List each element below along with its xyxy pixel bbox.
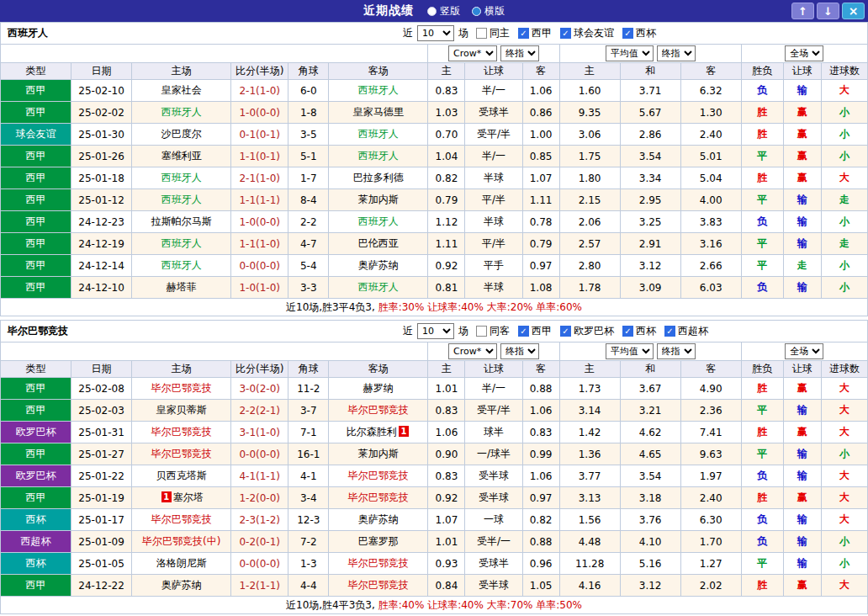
filter-checkbox[interactable]: ✓欧罗巴杯 [560, 324, 614, 338]
filter-checkbox[interactable]: ✓球会友谊 [560, 26, 614, 40]
euro-home-odds: 1.78 [559, 277, 620, 299]
match-row: 西杯25-01-17毕尔巴鄂竞技2-3(1-2)12-3奥萨苏纳1.07一球0.… [1, 509, 868, 531]
section-athletic-bilbao: 毕尔巴鄂竞技 近 10 场 同客✓西甲✓欧罗巴杯✓西杯✓西超杯 Crow* [0, 320, 868, 614]
team-name-cell: 毕尔巴鄂竞技 [329, 553, 428, 575]
handicap-result-cell: 输 [783, 509, 821, 531]
score-cell: 2-2(2-1) [231, 400, 288, 422]
team-name: 皇家贝蒂斯 [156, 404, 207, 416]
match-date: 25-01-30 [71, 124, 132, 146]
column-header: 客场 [329, 361, 428, 378]
odds-company-select[interactable]: Crow* [448, 343, 497, 359]
scope-select[interactable]: 全场 [785, 343, 823, 359]
filter-checkbox[interactable]: ✓西甲 [518, 26, 552, 40]
euro-draw-odds: 3.09 [620, 277, 680, 299]
layout-vertical-radio[interactable]: 竖版 [427, 4, 460, 19]
filter-checkbox[interactable]: ✓西甲 [518, 324, 552, 338]
column-header: 比分(半场) [231, 361, 288, 378]
red-card-badge: 1 [161, 491, 172, 502]
euro-draw-odds: 3.18 [620, 487, 680, 509]
filter-checkbox[interactable]: ✓西杯 [622, 324, 656, 338]
goals-result-cell: 走 [821, 233, 867, 255]
column-header: 比分(半场) [231, 63, 288, 80]
summary-lead: 近10场,胜4平3负3, [286, 599, 375, 611]
euro-away-odds: 5.01 [680, 146, 741, 167]
handicap-cell: 受平/半 [465, 124, 522, 146]
score-cell: 1-2(1-1) [231, 575, 288, 597]
euro-home-odds: 3.14 [559, 400, 620, 422]
red-card-badge: 1 [399, 426, 409, 437]
team-name-cell: 奥萨苏纳 [329, 509, 428, 531]
team-name: 毕尔巴鄂竞技 [348, 491, 409, 503]
corner-cell: 4-1 [288, 465, 329, 487]
handicap-cell: 受平/半 [465, 400, 522, 422]
close-button[interactable]: × [842, 3, 865, 19]
filter-checkbox[interactable]: 同客 [476, 324, 510, 338]
asian-away-odds: 0.88 [522, 531, 559, 553]
euro-time-select[interactable]: 终指 [657, 343, 696, 359]
match-row: 欧罗巴杯25-01-31毕尔巴鄂竞技3-1(1-0)7-1比尔森胜利11.06球… [1, 422, 868, 443]
asian-away-odds: 0.85 [522, 146, 559, 167]
result-cell: 负 [741, 211, 783, 233]
match-row: 西甲24-12-10赫塔菲1-0(1-0)3-3西班牙人0.81半球1.081.… [1, 277, 868, 299]
corner-cell: 3-4 [288, 487, 329, 509]
result-cell: 负 [741, 465, 783, 487]
team-name-cell: 巴伦西亚 [329, 233, 428, 255]
euro-draw-odds: 3.34 [620, 167, 680, 189]
team-name: 毕尔巴鄂竞技 [151, 426, 212, 438]
column-header: 主 [559, 361, 620, 378]
league-badge: 西甲 [1, 146, 71, 167]
filter-checkbox[interactable]: 同主 [476, 26, 510, 40]
move-up-button[interactable]: ↑ [791, 3, 814, 19]
euro-time-select[interactable]: 终指 [657, 45, 696, 61]
euro-away-odds: 2.40 [680, 487, 741, 509]
match-count-select[interactable]: 10 [417, 323, 454, 339]
score-cell: 0-2(0-1) [231, 531, 288, 553]
euro-mode-select[interactable]: 平均值 [606, 343, 654, 359]
checkbox-label: 西杯 [636, 26, 656, 40]
score-cell: 2-1(1-0) [231, 80, 288, 102]
checkbox-unchecked-icon [476, 28, 487, 39]
result-cell: 平 [741, 443, 783, 465]
score-cell: 1-1(1-1) [231, 189, 288, 211]
match-date: 25-01-17 [71, 509, 132, 531]
match-count-select[interactable]: 10 [417, 25, 454, 41]
euro-mode-select[interactable]: 平均值 [606, 45, 654, 61]
league-badge: 球会友谊 [1, 124, 71, 146]
odds-time-select[interactable]: 终指 [500, 343, 539, 359]
column-header: 让球 [465, 63, 522, 80]
score-cell: 4-1(1-1) [231, 465, 288, 487]
team-name-cell: 巴拉多利德 [329, 167, 428, 189]
filter-checkbox[interactable]: ✓西杯 [622, 26, 656, 40]
euro-away-odds: 3.16 [680, 233, 741, 255]
layout-horizontal-radio[interactable]: 横版 [472, 4, 505, 19]
odds-time-select[interactable]: 终指 [500, 45, 539, 61]
filter-checkbox[interactable]: ✓西超杯 [664, 324, 708, 338]
euro-draw-odds: 3.67 [620, 378, 680, 400]
column-header: 角球 [288, 63, 329, 80]
handicap-cell: 受半球 [465, 487, 522, 509]
team-name-cell: 皇家贝蒂斯 [132, 400, 231, 422]
team-name: 西班牙人 [161, 106, 202, 118]
asian-home-odds: 1.11 [428, 233, 465, 255]
scope-select[interactable]: 全场 [785, 45, 823, 61]
euro-draw-odds: 3.54 [620, 146, 680, 167]
column-header-row: 类型日期主场比分(半场)角球客场主让球客主和客胜负让球进球数 [1, 63, 868, 80]
team-name-cell: 塞维利亚 [132, 146, 231, 167]
corner-cell: 16-1 [288, 443, 329, 465]
odds-company-select[interactable]: Crow* [448, 45, 497, 61]
checkbox-checked-icon: ✓ [664, 326, 675, 337]
score-cell: 1-1(0-1) [231, 146, 288, 167]
asian-odds-selectors: Crow* 终指 [428, 343, 559, 361]
move-down-button[interactable]: ↓ [817, 3, 839, 19]
asian-home-odds: 0.90 [428, 443, 465, 465]
layout-radio-group: 竖版 横版 [427, 4, 505, 19]
handicap-cell: 受半球 [465, 465, 522, 487]
match-row: 西甲25-01-26塞维利亚1-1(0-1)5-1西班牙人1.04半/一0.85… [1, 146, 868, 167]
radio-icon [427, 7, 437, 16]
corner-cell: 12-3 [288, 509, 329, 531]
games-label: 场 [458, 26, 468, 40]
checkbox-checked-icon: ✓ [518, 28, 529, 39]
checkbox-unchecked-icon [476, 326, 487, 337]
column-header: 主 [428, 63, 465, 80]
euro-away-odds: 1.97 [680, 465, 741, 487]
